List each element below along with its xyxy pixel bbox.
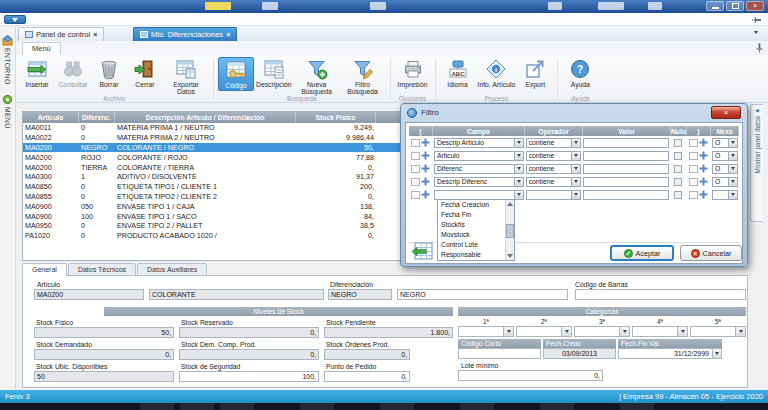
valor-input[interactable] (583, 190, 669, 200)
chevron-down-icon[interactable] (514, 178, 523, 186)
dropdown-item[interactable]: Control Lote (438, 240, 505, 250)
chevron-down-icon[interactable] (503, 327, 513, 336)
tab-menu[interactable]: Menú (22, 42, 61, 55)
dropdown-item[interactable]: Responsable (438, 250, 505, 260)
nexo-select[interactable]: O (712, 151, 738, 161)
valor-input[interactable] (583, 151, 669, 161)
new-search-button[interactable]: Nueva Búsqueda (294, 57, 340, 97)
insert-button[interactable]: Insertar (19, 57, 55, 89)
chevron-down-icon[interactable] (561, 327, 571, 336)
categoria-3-select[interactable] (574, 326, 630, 337)
campo-select-open[interactable] (434, 190, 524, 200)
chevron-down-icon[interactable] (728, 191, 737, 199)
valor-input[interactable] (583, 164, 669, 174)
dropdown-item[interactable]: Fecha Creacion (438, 200, 505, 210)
scroll-down-icon[interactable] (507, 254, 513, 258)
chevron-down-icon[interactable] (571, 165, 580, 173)
open-paren-input[interactable] (411, 165, 420, 173)
chevron-down-icon[interactable] (728, 139, 737, 147)
close-paren-input[interactable] (689, 152, 698, 160)
chevron-down-icon[interactable] (735, 327, 745, 336)
column-header-articulo[interactable]: Artículo (23, 112, 79, 123)
campo-select[interactable]: Diferenc (434, 164, 524, 174)
nulo-checkbox[interactable] (674, 152, 682, 160)
paren-picker-icon[interactable] (421, 138, 430, 147)
chevron-down-icon[interactable] (514, 152, 523, 160)
column-header-stock[interactable]: Stock Físico (296, 112, 376, 123)
delete-button[interactable]: Borrar (91, 57, 127, 89)
close-paren-input[interactable] (689, 178, 698, 186)
maximize-button[interactable] (726, 1, 744, 11)
chevron-down-icon[interactable] (712, 348, 722, 359)
paren-picker-icon[interactable] (699, 164, 708, 173)
open-paren-input[interactable] (411, 139, 420, 147)
tab-list-dropdown-icon[interactable] (754, 31, 758, 34)
paren-picker-icon[interactable] (699, 151, 708, 160)
operador-select[interactable] (526, 190, 582, 200)
scrollbar-thumb[interactable] (506, 224, 514, 238)
paren-picker-icon[interactable] (421, 190, 430, 199)
chevron-down-icon[interactable] (571, 191, 580, 199)
fech-fin-select[interactable]: 31/12/2999 (618, 348, 722, 359)
sidebar-item-entorno[interactable]: ENTORNO (0, 35, 15, 85)
lote-minimo-field[interactable]: 0, (458, 370, 603, 381)
show-data-panel-tab[interactable]: ◀ Mostrar panel datos (750, 104, 763, 222)
chevron-down-icon[interactable] (728, 178, 737, 186)
chevron-down-icon[interactable] (571, 178, 580, 186)
valor-input[interactable] (583, 138, 669, 148)
stock-seguridad-field[interactable]: 100, (179, 371, 319, 382)
accept-button[interactable]: ✓ Aceptar (610, 245, 674, 261)
tab-panel-de-control[interactable]: Panel de control × (18, 27, 104, 41)
dropdown-item[interactable]: Fecha Fin (438, 210, 505, 220)
print-button[interactable]: Impresión (395, 57, 431, 89)
categoria-1-select[interactable] (458, 326, 514, 337)
info-articulo-button[interactable]: i Info. Artículo (476, 57, 518, 89)
dialog-close-button[interactable]: × (711, 106, 741, 119)
open-paren-input[interactable] (411, 191, 420, 199)
close-paren-input[interactable] (689, 191, 698, 199)
paren-picker-icon[interactable] (421, 151, 430, 160)
categoria-4-select[interactable] (632, 326, 688, 337)
nulo-checkbox[interactable] (674, 165, 682, 173)
diferenciacion-desc-field[interactable]: NEGRO (397, 289, 568, 300)
close-button[interactable]: × (746, 1, 764, 11)
language-button[interactable]: ABC Idioma (440, 57, 476, 89)
filter-search-button[interactable]: Filtro Búsqueda (340, 57, 386, 97)
operador-select[interactable]: contiene (526, 151, 582, 161)
chevron-down-icon[interactable] (514, 139, 523, 147)
nexo-select[interactable]: O (712, 164, 738, 174)
chevron-down-icon[interactable] (571, 139, 580, 147)
help-button[interactable]: ? Ayuda (562, 57, 598, 89)
campo-select[interactable]: Descrip Diferenc (434, 177, 524, 187)
add-filter-row-icon[interactable] (410, 241, 434, 263)
dropdown-item[interactable]: Movstock (438, 230, 505, 240)
export-button[interactable]: Export (517, 57, 553, 89)
operador-select[interactable]: contiene (526, 164, 582, 174)
close-tab-icon[interactable]: × (93, 31, 97, 38)
chevron-down-icon[interactable] (728, 152, 737, 160)
chevron-down-icon[interactable] (619, 327, 629, 336)
paren-picker-icon[interactable] (699, 190, 708, 199)
chevron-down-icon[interactable] (571, 152, 580, 160)
valor-input[interactable] (583, 177, 669, 187)
nulo-checkbox[interactable] (674, 178, 682, 186)
categoria-5-select[interactable] (690, 326, 746, 337)
pin-icon[interactable] (752, 17, 762, 24)
column-header-diferenc[interactable]: Diferenc. (79, 112, 115, 123)
paren-picker-icon[interactable] (699, 177, 708, 186)
close-paren-input[interactable] (689, 139, 698, 147)
close-tab-icon[interactable]: × (226, 31, 230, 38)
tab-general[interactable]: General (22, 263, 67, 276)
sidebar-item-menu[interactable]: MENÚ (0, 94, 15, 129)
nexo-select[interactable]: O (712, 177, 738, 187)
pin-icon[interactable] (756, 43, 763, 53)
export-data-button[interactable]: Exportar Datos (163, 57, 209, 97)
open-paren-input[interactable] (411, 152, 420, 160)
codigo-barras-field[interactable] (575, 289, 746, 300)
nexo-select[interactable]: O (712, 138, 738, 148)
chevron-down-icon[interactable] (728, 165, 737, 173)
open-paren-input[interactable] (411, 178, 420, 186)
descripcion-search-button[interactable]: Descripción (254, 57, 294, 89)
dropdown-scrollbar[interactable] (505, 200, 514, 260)
chevron-down-icon[interactable] (514, 191, 523, 199)
